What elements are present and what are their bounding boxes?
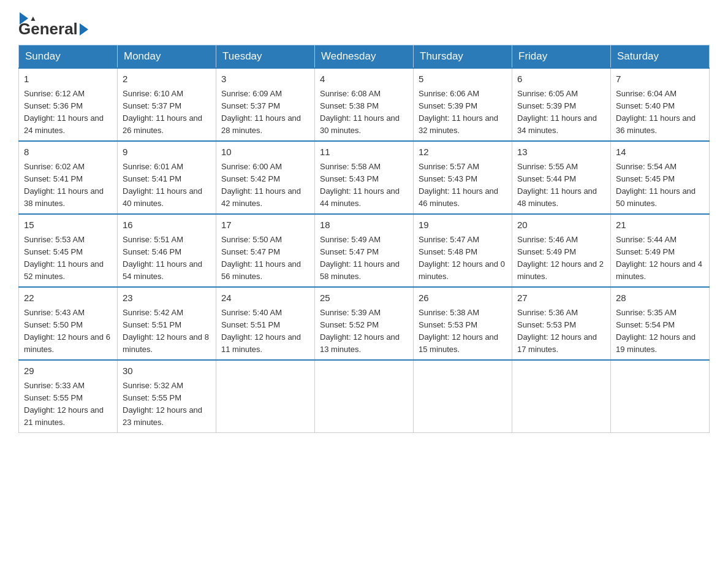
day-info: Sunrise: 5:40 AM Sunset: 5:51 PM Dayligh… bbox=[221, 307, 309, 356]
day-number: 17 bbox=[221, 218, 309, 232]
day-info: Sunrise: 5:50 AM Sunset: 5:47 PM Dayligh… bbox=[221, 234, 309, 283]
calendar-cell: 14 Sunrise: 5:54 AM Sunset: 5:45 PM Dayl… bbox=[611, 141, 710, 214]
calendar-cell: 30 Sunrise: 5:32 AM Sunset: 5:55 PM Dayl… bbox=[118, 360, 216, 433]
day-info: Sunrise: 6:00 AM Sunset: 5:42 PM Dayligh… bbox=[221, 161, 309, 210]
day-number: 3 bbox=[221, 72, 309, 86]
day-number: 18 bbox=[320, 218, 408, 232]
day-info: Sunrise: 6:02 AM Sunset: 5:41 PM Dayligh… bbox=[24, 161, 112, 210]
day-number: 22 bbox=[24, 291, 112, 305]
calendar-cell: 15 Sunrise: 5:53 AM Sunset: 5:45 PM Dayl… bbox=[19, 214, 118, 287]
day-number: 29 bbox=[24, 364, 112, 378]
calendar-cell: 25 Sunrise: 5:39 AM Sunset: 5:52 PM Dayl… bbox=[315, 287, 414, 360]
weekday-header-monday: Monday bbox=[118, 45, 216, 69]
weekday-header-wednesday: Wednesday bbox=[315, 45, 414, 69]
week-row-1: 1 Sunrise: 6:12 AM Sunset: 5:36 PM Dayli… bbox=[19, 68, 710, 141]
weekday-header-friday: Friday bbox=[512, 45, 611, 69]
day-info: Sunrise: 6:09 AM Sunset: 5:37 PM Dayligh… bbox=[221, 88, 309, 137]
day-number: 28 bbox=[616, 291, 704, 305]
day-info: Sunrise: 6:05 AM Sunset: 5:39 PM Dayligh… bbox=[517, 88, 605, 137]
calendar-cell: 3 Sunrise: 6:09 AM Sunset: 5:37 PM Dayli… bbox=[216, 68, 315, 141]
calendar-cell: 11 Sunrise: 5:58 AM Sunset: 5:43 PM Dayl… bbox=[315, 141, 414, 214]
day-number: 8 bbox=[24, 145, 112, 159]
day-info: Sunrise: 5:47 AM Sunset: 5:48 PM Dayligh… bbox=[419, 234, 507, 283]
day-info: Sunrise: 5:49 AM Sunset: 5:47 PM Dayligh… bbox=[320, 234, 408, 283]
day-number: 11 bbox=[320, 145, 408, 159]
day-number: 24 bbox=[221, 291, 309, 305]
day-number: 6 bbox=[517, 72, 605, 86]
day-info: Sunrise: 5:39 AM Sunset: 5:52 PM Dayligh… bbox=[320, 307, 408, 356]
weekday-header-sunday: Sunday bbox=[19, 45, 118, 69]
day-number: 14 bbox=[616, 145, 704, 159]
calendar-cell: 18 Sunrise: 5:49 AM Sunset: 5:47 PM Dayl… bbox=[315, 214, 414, 287]
day-number: 10 bbox=[221, 145, 309, 159]
calendar-cell: 8 Sunrise: 6:02 AM Sunset: 5:41 PM Dayli… bbox=[19, 141, 118, 214]
day-info: Sunrise: 6:08 AM Sunset: 5:38 PM Dayligh… bbox=[320, 88, 408, 137]
day-info: Sunrise: 5:58 AM Sunset: 5:43 PM Dayligh… bbox=[320, 161, 408, 210]
page-header: ▲ General bbox=[18, 12, 710, 39]
day-info: Sunrise: 5:36 AM Sunset: 5:53 PM Dayligh… bbox=[517, 307, 605, 356]
day-number: 4 bbox=[320, 72, 408, 86]
day-info: Sunrise: 6:04 AM Sunset: 5:40 PM Dayligh… bbox=[616, 88, 704, 137]
day-number: 27 bbox=[517, 291, 605, 305]
day-info: Sunrise: 5:33 AM Sunset: 5:55 PM Dayligh… bbox=[24, 380, 112, 429]
calendar-cell: 12 Sunrise: 5:57 AM Sunset: 5:43 PM Dayl… bbox=[414, 141, 512, 214]
day-number: 2 bbox=[123, 72, 211, 86]
calendar-cell bbox=[315, 360, 414, 433]
day-number: 15 bbox=[24, 218, 112, 232]
calendar-cell bbox=[611, 360, 710, 433]
day-number: 30 bbox=[123, 364, 211, 378]
weekday-header-row: SundayMondayTuesdayWednesdayThursdayFrid… bbox=[19, 45, 710, 69]
calendar-cell: 19 Sunrise: 5:47 AM Sunset: 5:48 PM Dayl… bbox=[414, 214, 512, 287]
day-info: Sunrise: 5:42 AM Sunset: 5:51 PM Dayligh… bbox=[123, 307, 211, 356]
calendar-cell: 21 Sunrise: 5:44 AM Sunset: 5:49 PM Dayl… bbox=[611, 214, 710, 287]
day-number: 26 bbox=[419, 291, 507, 305]
calendar-cell: 20 Sunrise: 5:46 AM Sunset: 5:49 PM Dayl… bbox=[512, 214, 611, 287]
day-info: Sunrise: 6:10 AM Sunset: 5:37 PM Dayligh… bbox=[123, 88, 211, 137]
day-number: 13 bbox=[517, 145, 605, 159]
calendar-cell: 13 Sunrise: 5:55 AM Sunset: 5:44 PM Dayl… bbox=[512, 141, 611, 214]
day-info: Sunrise: 5:55 AM Sunset: 5:44 PM Dayligh… bbox=[517, 161, 605, 210]
calendar-cell: 27 Sunrise: 5:36 AM Sunset: 5:53 PM Dayl… bbox=[512, 287, 611, 360]
day-number: 12 bbox=[419, 145, 507, 159]
day-number: 9 bbox=[123, 145, 211, 159]
calendar-cell: 17 Sunrise: 5:50 AM Sunset: 5:47 PM Dayl… bbox=[216, 214, 315, 287]
day-number: 23 bbox=[123, 291, 211, 305]
calendar-cell: 6 Sunrise: 6:05 AM Sunset: 5:39 PM Dayli… bbox=[512, 68, 611, 141]
weekday-header-saturday: Saturday bbox=[611, 45, 710, 69]
day-info: Sunrise: 5:35 AM Sunset: 5:54 PM Dayligh… bbox=[616, 307, 704, 356]
weekday-header-thursday: Thursday bbox=[414, 45, 512, 69]
day-info: Sunrise: 6:01 AM Sunset: 5:41 PM Dayligh… bbox=[123, 161, 211, 210]
calendar-cell: 23 Sunrise: 5:42 AM Sunset: 5:51 PM Dayl… bbox=[118, 287, 216, 360]
calendar-cell: 2 Sunrise: 6:10 AM Sunset: 5:37 PM Dayli… bbox=[118, 68, 216, 141]
day-info: Sunrise: 5:38 AM Sunset: 5:53 PM Dayligh… bbox=[419, 307, 507, 356]
day-number: 16 bbox=[123, 218, 211, 232]
day-info: Sunrise: 5:54 AM Sunset: 5:45 PM Dayligh… bbox=[616, 161, 704, 210]
day-info: Sunrise: 5:43 AM Sunset: 5:50 PM Dayligh… bbox=[24, 307, 112, 356]
day-info: Sunrise: 5:46 AM Sunset: 5:49 PM Dayligh… bbox=[517, 234, 605, 283]
day-info: Sunrise: 5:32 AM Sunset: 5:55 PM Dayligh… bbox=[123, 380, 211, 429]
day-info: Sunrise: 5:57 AM Sunset: 5:43 PM Dayligh… bbox=[419, 161, 507, 210]
calendar-cell: 10 Sunrise: 6:00 AM Sunset: 5:42 PM Dayl… bbox=[216, 141, 315, 214]
calendar-cell: 29 Sunrise: 5:33 AM Sunset: 5:55 PM Dayl… bbox=[19, 360, 118, 433]
calendar-cell bbox=[512, 360, 611, 433]
day-number: 1 bbox=[24, 72, 112, 86]
calendar-table: SundayMondayTuesdayWednesdayThursdayFrid… bbox=[18, 45, 710, 433]
calendar-cell: 16 Sunrise: 5:51 AM Sunset: 5:46 PM Dayl… bbox=[118, 214, 216, 287]
day-info: Sunrise: 6:12 AM Sunset: 5:36 PM Dayligh… bbox=[24, 88, 112, 137]
calendar-cell: 7 Sunrise: 6:04 AM Sunset: 5:40 PM Dayli… bbox=[611, 68, 710, 141]
week-row-3: 15 Sunrise: 5:53 AM Sunset: 5:45 PM Dayl… bbox=[19, 214, 710, 287]
calendar-cell: 22 Sunrise: 5:43 AM Sunset: 5:50 PM Dayl… bbox=[19, 287, 118, 360]
calendar-cell bbox=[216, 360, 315, 433]
logo-general-text2: General bbox=[18, 20, 78, 39]
calendar-cell bbox=[414, 360, 512, 433]
day-number: 5 bbox=[419, 72, 507, 86]
calendar-cell: 9 Sunrise: 6:01 AM Sunset: 5:41 PM Dayli… bbox=[118, 141, 216, 214]
calendar-cell: 24 Sunrise: 5:40 AM Sunset: 5:51 PM Dayl… bbox=[216, 287, 315, 360]
calendar-cell: 5 Sunrise: 6:06 AM Sunset: 5:39 PM Dayli… bbox=[414, 68, 512, 141]
week-row-5: 29 Sunrise: 5:33 AM Sunset: 5:55 PM Dayl… bbox=[19, 360, 710, 433]
day-number: 21 bbox=[616, 218, 704, 232]
day-number: 19 bbox=[419, 218, 507, 232]
calendar-cell: 28 Sunrise: 5:35 AM Sunset: 5:54 PM Dayl… bbox=[611, 287, 710, 360]
calendar-cell: 26 Sunrise: 5:38 AM Sunset: 5:53 PM Dayl… bbox=[414, 287, 512, 360]
calendar-cell: 1 Sunrise: 6:12 AM Sunset: 5:36 PM Dayli… bbox=[19, 68, 118, 141]
